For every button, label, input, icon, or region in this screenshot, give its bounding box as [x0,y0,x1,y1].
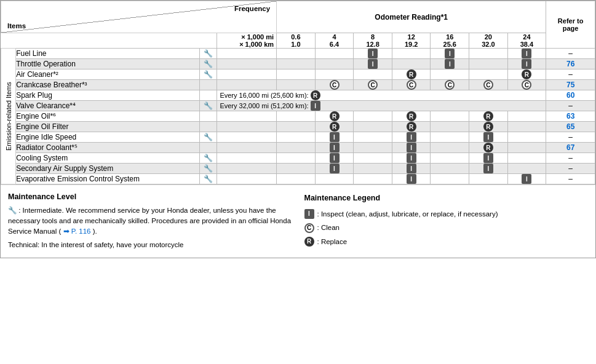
intermediate-description: 🔧 : Intermediate. We recommend service b… [8,205,292,237]
row-evap: Evaporative Emission Control System 🔧 I … [1,174,595,184]
maintenance-level-section: Maintenance Level 🔧 : Intermediate. We r… [8,191,292,251]
legend-clean-row: C : Clean [304,221,589,234]
valve-clearance-interval: Every 32,000 mi (51,200 km): I [217,101,546,111]
col-24: 2438.4 [507,33,546,49]
maintenance-level-title: Maintenance Level [8,191,292,203]
row-engine-oil: Engine Oil*⁶ R R R 63 [1,111,595,122]
legend-inspect-text: : Inspect (clean, adjust, lubricate, or … [317,208,498,221]
row-valve-clearance: Valve Clearance*⁴ 🔧 Every 32,000 mi (51,… [1,101,595,111]
item-spark-plug: Spark Plug [16,90,200,101]
maintenance-legend-section: Maintenance Legend I : Inspect (clean, a… [304,191,589,251]
legend-replace-row: R : Replace [304,235,589,248]
refer-idle-speed: – [546,132,595,143]
col-8: 812.8 [354,33,392,49]
item-crankcase: Crankcase Breather*³ [16,80,200,90]
refer-spark-plug: 60 [546,90,595,101]
refer-cooling-system: – [546,153,595,164]
item-secondary-air: Secondary Air Supply System [16,164,200,174]
inspect-legend-icon: I [304,209,314,219]
inspect-icon: I [522,49,531,58]
row-fuel-line: Emission-related Items Fuel Line 🔧 I I I… [1,49,595,59]
refer-crankcase: 75 [546,80,595,90]
col-4: 46.4 [315,33,354,49]
row-air-cleaner: Air Cleaner*² 🔧 R R – [1,69,595,80]
refer-secondary-air: – [546,164,595,174]
items-label: Items [7,22,26,30]
replace-legend-icon: R [304,237,314,247]
col-0.6: 0.61.0 [277,33,316,49]
item-evap: Evaporative Emission Control System [16,174,200,184]
row-throttle: Throttle Operation 🔧 I I I 76 [1,59,595,69]
item-valve-clearance: Valve Clearance*⁴ [16,101,200,111]
legend-replace-text: : Replace [317,235,348,248]
row-radiator-coolant: Radiator Coolant*⁵ I I R 67 [1,143,595,153]
refer-air-cleaner: – [546,69,595,80]
item-fuel-line: Fuel Line [16,49,200,59]
footer-section: Maintenance Level 🔧 : Intermediate. We r… [1,184,595,258]
diagonal-header: Frequency Items [1,1,277,33]
item-engine-oil: Engine Oil*⁶ [16,111,200,122]
row-engine-oil-filter: Engine Oil Filter R R R 65 [1,122,595,132]
refer-evap: – [546,174,595,184]
odometer-header: Odometer Reading*1 [277,1,546,33]
frequency-label: Frequency [234,5,270,12]
header-row-2: × 1,000 mi × 1,000 km 0.61.0 46.4 812.8 … [1,33,595,49]
wrench-fuel-line: 🔧 [199,49,217,59]
legend-inspect-row: I : Inspect (clean, adjust, lubricate, o… [304,208,589,221]
legend-clean-text: : Clean [317,221,340,234]
item-throttle: Throttle Operation [16,59,200,69]
refer-engine-oil-filter: 65 [546,122,595,132]
mi-label: × 1,000 mi × 1,000 km [217,33,277,49]
refer-engine-oil: 63 [546,111,595,122]
refer-valve-clearance: – [546,101,595,111]
row-cooling-system: Cooling System 🔧 I I I – [1,153,595,164]
col-12: 1219.2 [392,33,431,49]
maintenance-legend-title: Maintenance Legend [304,191,589,205]
item-radiator-coolant: Radiator Coolant*⁵ [16,143,200,153]
row-spark-plug: Spark Plug Every 16,000 mi (25,600 km): … [1,90,595,101]
col-16: 1625.6 [431,33,469,49]
maintenance-table: Frequency Items Odometer Reading*1 Refer… [1,1,595,184]
header-row-1: Frequency Items Odometer Reading*1 Refer… [1,1,595,33]
technical-text: Technical: In the interest of safety, ha… [8,240,292,250]
item-cooling-system: Cooling System [16,153,200,164]
clean-legend-icon: C [304,223,314,233]
inspect-icon: I [368,49,378,58]
item-engine-oil-filter: Engine Oil Filter [16,122,200,132]
refer-fuel-line: – [546,49,595,59]
emission-section-label: Emission-related Items [1,49,16,184]
item-air-cleaner: Air Cleaner*² [16,69,200,80]
refer-to-header: Refer to page [546,1,595,49]
inspect-icon: I [445,49,455,58]
page-ref-link[interactable]: ➡ P. 116 [63,228,91,235]
row-crankcase: Crankcase Breather*³ C C C C C C 75 [1,80,595,90]
refer-throttle: 76 [546,59,595,69]
row-idle-speed: Engine Idle Speed 🔧 I I I – [1,132,595,143]
item-idle-speed: Engine Idle Speed [16,132,200,143]
col-20: 2032.0 [469,33,508,49]
main-container: Frequency Items Odometer Reading*1 Refer… [0,0,596,258]
refer-radiator-coolant: 67 [546,143,595,153]
row-secondary-air: Secondary Air Supply System 🔧 I I I – [1,164,595,174]
spark-plug-interval: Every 16,000 mi (25,600 km): R [217,90,546,101]
